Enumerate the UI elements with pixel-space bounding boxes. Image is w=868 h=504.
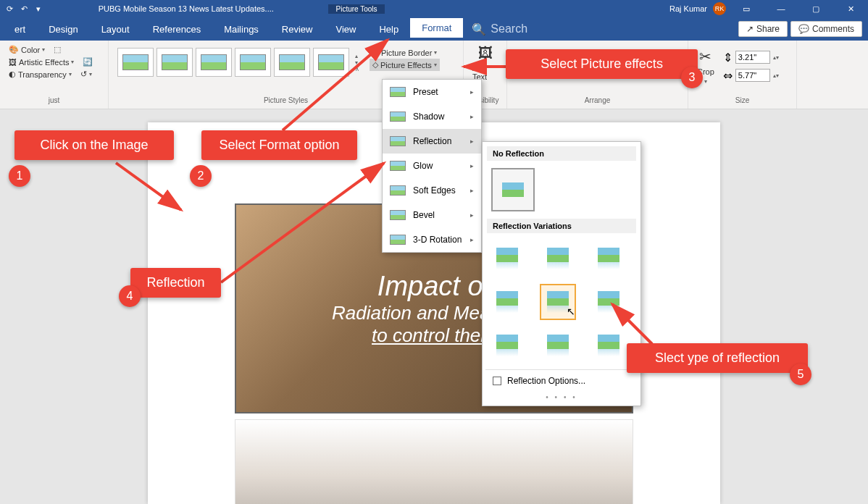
reflection-variation[interactable] — [591, 240, 627, 277]
image-text-line3: to control them — [372, 324, 496, 347]
reset-picture-icon[interactable]: ↺▾ — [78, 68, 95, 80]
picture-border-button[interactable]: ✎ Picture Border ▾ — [370, 46, 440, 59]
tab-insert[interactable]: ert — [3, 20, 37, 39]
style-thumb[interactable] — [157, 48, 193, 77]
tab-layout[interactable]: Layout — [90, 20, 141, 39]
reflection-variation[interactable] — [591, 284, 627, 320]
qa-dropdown-icon[interactable]: ▾ — [33, 4, 43, 14]
callout-3: Select Picture effects — [506, 49, 698, 79]
effects-glow[interactable]: Glow▸ — [383, 154, 481, 178]
share-button[interactable]: ↗Share — [738, 21, 788, 37]
picture-styles-gallery[interactable]: ▴ ▾ ⊼ — [114, 43, 365, 81]
effects-3d-rotation[interactable]: 3-D Rotation▸ — [383, 227, 481, 252]
picture-effects-menu: Preset▸ Shadow▸ Reflection▸ Glow▸ Soft E… — [382, 79, 482, 253]
tab-view[interactable]: View — [324, 20, 367, 39]
callout-2: Select Format option — [201, 130, 357, 160]
reflection-variation[interactable] — [540, 327, 576, 364]
width-icon: ⇔ — [723, 69, 733, 83]
transparency-button[interactable]: ◐ Transparency ▾ — [6, 68, 75, 80]
artistic-effects-button[interactable]: 🖼 Artistic Effects ▾ — [6, 56, 77, 68]
image-reflection — [235, 419, 633, 504]
callout-5: Slect ype of reflection — [627, 343, 808, 373]
user-avatar[interactable]: RK — [713, 2, 726, 15]
reflection-options-link[interactable]: Reflection Options... — [485, 369, 638, 392]
search-placeholder: Search — [491, 22, 527, 35]
ribbon-display-icon[interactable]: ▭ — [732, 0, 761, 17]
effects-preset[interactable]: Preset▸ — [383, 80, 481, 104]
reflection-variation[interactable] — [591, 327, 627, 364]
no-reflection-header: No Reflection — [487, 146, 636, 161]
height-input[interactable] — [735, 51, 770, 64]
tab-format[interactable]: Format — [410, 18, 463, 40]
reflection-variation[interactable] — [489, 240, 525, 277]
undo-icon[interactable]: ↶ — [19, 4, 29, 14]
resize-handle-icon[interactable]: • • • • — [485, 392, 638, 403]
callout-5-number: 5 — [790, 364, 811, 385]
comments-button[interactable]: 💬Comments — [790, 21, 862, 37]
change-picture-icon[interactable]: 🔄 — [80, 56, 96, 68]
effects-bevel[interactable]: Bevel▸ — [383, 203, 481, 227]
reflection-variation[interactable] — [489, 327, 525, 364]
maximize-icon[interactable]: ▢ — [801, 0, 830, 17]
alt-text-icon: 🖼 — [478, 45, 493, 62]
alt-text-button[interactable]: 🖼 Alt Text — [470, 43, 501, 83]
user-name: Raj Kumar — [669, 4, 707, 13]
ribbon-tabs: ert Design Layout References Mailings Re… — [0, 17, 868, 41]
minimize-icon[interactable]: — — [767, 0, 796, 17]
effects-reflection[interactable]: Reflection▸ — [383, 129, 481, 154]
width-input[interactable] — [735, 69, 770, 82]
style-thumb[interactable] — [117, 48, 154, 77]
crop-icon: ✂ — [699, 48, 711, 65]
gallery-more-icon[interactable]: ⊼ — [355, 66, 359, 72]
titlebar: ⟳ ↶ ▾ PUBG Mobile Season 13 News Latest … — [0, 0, 868, 17]
callout-3-number: 3 — [681, 67, 703, 88]
callout-1-number: 1 — [9, 165, 30, 187]
checkbox-icon — [493, 377, 501, 385]
tab-help[interactable]: Help — [367, 20, 410, 39]
callout-4: Reflection — [130, 268, 221, 298]
no-reflection-option[interactable] — [491, 168, 535, 211]
picture-tools-context: Picture Tools — [328, 4, 384, 14]
autosave-icon[interactable]: ⟳ — [4, 4, 14, 14]
callout-4-number: 4 — [119, 285, 141, 307]
reflection-variation[interactable] — [489, 284, 525, 320]
color-button[interactable]: 🎨 Color ▾ — [6, 43, 48, 56]
document-title: PUBG Mobile Season 13 News Latest Update… — [43, 4, 328, 13]
tab-mailings[interactable]: Mailings — [212, 20, 270, 39]
style-thumb[interactable] — [196, 48, 232, 77]
gallery-down-icon[interactable]: ▾ — [355, 59, 359, 66]
image-text-line1: Impact of — [377, 271, 491, 302]
search-icon: 🔍 — [472, 22, 486, 36]
compress-icon[interactable]: ⬚ — [51, 43, 64, 56]
style-thumb[interactable] — [274, 48, 310, 77]
picture-effects-button[interactable]: ◇ Picture Effects ▾ — [370, 59, 440, 71]
height-icon: ⇕ — [723, 51, 733, 64]
adjust-group-label: just — [6, 96, 102, 106]
style-thumb[interactable] — [235, 48, 271, 77]
reflection-variation[interactable] — [540, 240, 576, 277]
callout-1: Click on the Image — [14, 130, 174, 160]
tab-references[interactable]: References — [141, 20, 212, 39]
mouse-cursor-icon: ↖ — [567, 306, 575, 317]
size-group-label: Size — [694, 96, 790, 106]
style-thumb[interactable] — [313, 48, 349, 77]
comment-icon: 💬 — [798, 24, 809, 34]
tab-design[interactable]: Design — [37, 20, 89, 39]
effects-shadow[interactable]: Shadow▸ — [383, 104, 481, 129]
reflection-variations-header: Reflection Variations — [487, 219, 636, 233]
share-icon: ↗ — [746, 24, 754, 34]
arrange-group-label: Arrange — [513, 96, 682, 106]
gallery-up-icon[interactable]: ▴ — [355, 53, 359, 59]
effects-soft-edges[interactable]: Soft Edges▸ — [383, 178, 481, 203]
close-icon[interactable]: ✕ — [836, 0, 865, 17]
search-box[interactable]: 🔍 Search — [463, 22, 527, 36]
callout-2-number: 2 — [190, 165, 212, 187]
tab-review[interactable]: Review — [270, 20, 325, 39]
reflection-submenu: No Reflection Reflection Variations Refl… — [482, 141, 641, 406]
